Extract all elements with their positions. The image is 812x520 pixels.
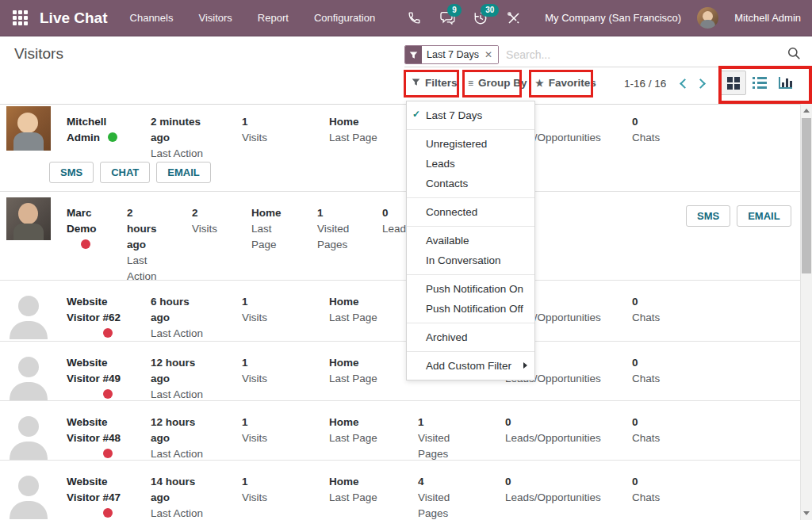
phone-icon[interactable] [405,10,423,27]
filter-option-archived[interactable]: Archived [407,327,534,347]
messages-icon[interactable]: 9 [439,10,456,27]
stat-last-page: HomeLast Page [329,474,393,506]
nav-menu: ChannelsVisitorsReportConfiguration [128,1,377,35]
menu-divider [407,226,534,227]
group-by-icon: ≡ [468,78,473,89]
nav-item-report[interactable]: Report [256,1,290,35]
graph-view-button[interactable] [772,71,799,95]
stat-visited-pages: 1Visited Pages [418,415,473,462]
scrollbar-thumb[interactable] [802,118,811,273]
visitor-row-website-visitor-49[interactable]: Website Visitor #49 12 hours agoLast Act… [0,342,800,401]
nav-item-configuration[interactable]: Configuration [312,1,377,35]
visitor-row-marc-demo[interactable]: Marc Demo 2 hours agoLast Action2VisitsH… [0,192,800,281]
search-input[interactable] [506,48,787,61]
user-avatar[interactable] [697,7,718,29]
scrollbar-down-arrow[interactable] [803,511,810,515]
company-switcher[interactable]: My Company (San Francisco) [545,12,681,24]
stat-last-page: HomeLast Page [329,294,393,326]
nav-item-visitors[interactable]: Visitors [197,1,233,35]
filter-option-in-conversation[interactable]: In Conversation [407,250,534,270]
filters-button[interactable]: Filters [412,77,458,89]
nav-item-channels[interactable]: Channels [128,1,175,35]
pager-previous-button[interactable] [675,78,691,91]
app-title[interactable]: Live Chat [40,10,108,27]
pager-next-button[interactable] [695,78,711,91]
avatar-photo [6,197,51,240]
group-by-label: Group By [478,77,527,89]
list-view-button[interactable] [746,71,772,95]
email-button[interactable]: EMAIL [156,162,210,183]
pager-range: 1-16 / 16 [624,78,666,90]
filter-funnel-icon [405,46,422,63]
page-title: Visitors [14,45,63,63]
stat-last-page: HomeLast Page [329,355,393,387]
stat-last-action: 6 hours agoLast Action [151,294,211,342]
status-dot-offline [103,389,113,399]
visitor-row-website-visitor-62[interactable]: Website Visitor #62 6 hours agoLast Acti… [0,281,800,342]
chat-button[interactable]: CHAT [100,162,150,183]
filter-option-push-notification-on[interactable]: Push Notification On [407,279,534,299]
sms-button[interactable]: SMS [49,162,94,183]
search-icon[interactable] [787,47,801,63]
stat-last-page: HomeLast Page [329,415,393,446]
avatar-photo [6,106,51,151]
stat-chats: 0Chats [632,114,688,146]
apps-menu-icon[interactable] [13,10,29,26]
stat-visits: 1Visits [242,474,313,506]
visitor-row-website-visitor-47[interactable]: Website Visitor #47 14 hours agoLast Act… [0,461,800,520]
vertical-scrollbar[interactable] [800,104,812,520]
tools-icon[interactable] [505,10,523,27]
filter-option-unregistered[interactable]: Unregistered [407,134,534,154]
view-switcher [720,71,799,95]
stat-visits: 1Visits [242,294,313,326]
check-icon: ✓ [412,109,420,120]
sms-button[interactable]: SMS [686,205,730,227]
stat-last-page: HomeLast Page [251,205,288,253]
filter-option-available[interactable]: Available [407,231,534,250]
search-bar: Last 7 Days ✕ [404,43,802,67]
filter-option-last-7-days[interactable]: ✓Last 7 Days [407,105,534,125]
group-by-button[interactable]: ≡ Group By [468,77,527,89]
visitor-list: Mitchell Admin 2 minutes agoLast Action1… [0,104,800,520]
filter-option-add-custom-filter[interactable]: Add Custom Filter [407,356,534,376]
filters-funnel-icon [412,78,420,89]
kanban-view-button[interactable] [720,71,746,95]
avatar-placeholder [6,409,51,460]
menu-divider [407,323,534,323]
visitor-name: Website Visitor #48 [67,415,128,462]
visitor-row-website-visitor-48[interactable]: Website Visitor #48 12 hours agoLast Act… [0,401,800,461]
kanban-view-icon [727,77,740,90]
list-view-icon [753,77,767,89]
status-dot-offline [103,508,113,518]
filter-option-leads[interactable]: Leads [407,154,534,174]
scrollbar-up-arrow[interactable] [803,109,810,113]
messages-badge: 9 [447,4,462,17]
visitor-name: Website Visitor #62 [67,294,128,342]
filters-label: Filters [425,77,458,89]
stat-last-page: HomeLast Page [329,114,393,146]
stat-chats: 0Chats [632,294,688,326]
visitor-name: Website Visitor #49 [67,355,128,403]
email-button[interactable]: EMAIL [737,205,791,227]
filter-option-connected[interactable]: Connected [407,202,534,222]
menu-divider [407,129,534,130]
menu-divider [407,274,534,275]
visitor-name: Marc Demo [67,205,114,253]
filter-option-contacts[interactable]: Contacts [407,174,534,193]
stat-last-action: 14 hours agoLast Action [151,474,211,520]
facet-remove-icon[interactable]: ✕ [484,46,498,63]
row-actions: SMSCHATEMAIL [49,162,211,183]
avatar-placeholder [6,468,51,519]
filter-option-push-notification-off[interactable]: Push Notification Off [407,299,534,319]
visitor-row-mitchell-admin[interactable]: Mitchell Admin 2 minutes agoLast Action1… [0,105,800,192]
favorites-button[interactable]: ★ Favorites [535,77,596,89]
visitor-name: Website Visitor #47 [67,474,128,520]
stat-leads-opportunities: 0Leads/Opportunities [505,415,632,446]
status-dot-offline [103,449,113,458]
menu-divider [407,351,534,352]
graph-view-icon [779,77,792,89]
avatar-placeholder [6,289,51,339]
user-menu[interactable]: Mitchell Admin [734,12,801,24]
favorites-label: Favorites [549,77,596,89]
activities-clock-icon[interactable]: 30 [472,10,489,27]
